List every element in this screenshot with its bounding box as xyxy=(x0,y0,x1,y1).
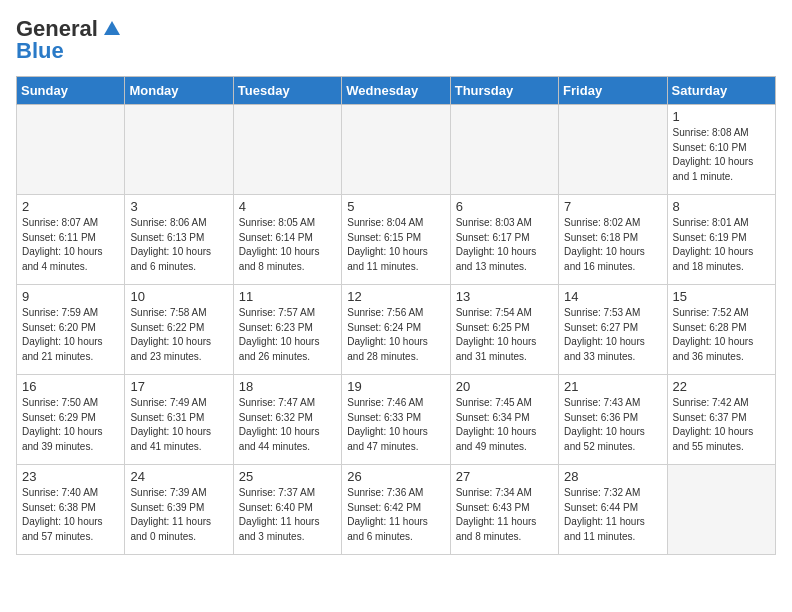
calendar-cell xyxy=(450,105,558,195)
day-info: Sunrise: 7:37 AMSunset: 6:40 PMDaylight:… xyxy=(239,486,336,544)
calendar-cell: 27Sunrise: 7:34 AMSunset: 6:43 PMDayligh… xyxy=(450,465,558,555)
day-number: 18 xyxy=(239,379,336,394)
calendar-cell: 9Sunrise: 7:59 AMSunset: 6:20 PMDaylight… xyxy=(17,285,125,375)
day-number: 13 xyxy=(456,289,553,304)
day-number: 9 xyxy=(22,289,119,304)
day-info: Sunrise: 8:01 AMSunset: 6:19 PMDaylight:… xyxy=(673,216,770,274)
day-number: 6 xyxy=(456,199,553,214)
day-info: Sunrise: 7:49 AMSunset: 6:31 PMDaylight:… xyxy=(130,396,227,454)
calendar-cell: 11Sunrise: 7:57 AMSunset: 6:23 PMDayligh… xyxy=(233,285,341,375)
day-info: Sunrise: 7:57 AMSunset: 6:23 PMDaylight:… xyxy=(239,306,336,364)
calendar-cell: 8Sunrise: 8:01 AMSunset: 6:19 PMDaylight… xyxy=(667,195,775,285)
day-number: 11 xyxy=(239,289,336,304)
day-info: Sunrise: 8:08 AMSunset: 6:10 PMDaylight:… xyxy=(673,126,770,184)
day-info: Sunrise: 7:54 AMSunset: 6:25 PMDaylight:… xyxy=(456,306,553,364)
day-info: Sunrise: 7:43 AMSunset: 6:36 PMDaylight:… xyxy=(564,396,661,454)
calendar-cell xyxy=(17,105,125,195)
day-number: 14 xyxy=(564,289,661,304)
calendar-cell: 23Sunrise: 7:40 AMSunset: 6:38 PMDayligh… xyxy=(17,465,125,555)
calendar-cell: 22Sunrise: 7:42 AMSunset: 6:37 PMDayligh… xyxy=(667,375,775,465)
day-info: Sunrise: 8:05 AMSunset: 6:14 PMDaylight:… xyxy=(239,216,336,274)
calendar-cell: 20Sunrise: 7:45 AMSunset: 6:34 PMDayligh… xyxy=(450,375,558,465)
calendar-cell: 4Sunrise: 8:05 AMSunset: 6:14 PMDaylight… xyxy=(233,195,341,285)
day-info: Sunrise: 7:58 AMSunset: 6:22 PMDaylight:… xyxy=(130,306,227,364)
day-info: Sunrise: 7:47 AMSunset: 6:32 PMDaylight:… xyxy=(239,396,336,454)
calendar-cell: 18Sunrise: 7:47 AMSunset: 6:32 PMDayligh… xyxy=(233,375,341,465)
calendar-cell: 6Sunrise: 8:03 AMSunset: 6:17 PMDaylight… xyxy=(450,195,558,285)
day-number: 8 xyxy=(673,199,770,214)
calendar-cell: 28Sunrise: 7:32 AMSunset: 6:44 PMDayligh… xyxy=(559,465,667,555)
calendar-cell: 26Sunrise: 7:36 AMSunset: 6:42 PMDayligh… xyxy=(342,465,450,555)
day-number: 15 xyxy=(673,289,770,304)
weekday-header-saturday: Saturday xyxy=(667,77,775,105)
calendar-week-3: 9Sunrise: 7:59 AMSunset: 6:20 PMDaylight… xyxy=(17,285,776,375)
day-info: Sunrise: 7:42 AMSunset: 6:37 PMDaylight:… xyxy=(673,396,770,454)
calendar-cell: 7Sunrise: 8:02 AMSunset: 6:18 PMDaylight… xyxy=(559,195,667,285)
calendar-cell: 16Sunrise: 7:50 AMSunset: 6:29 PMDayligh… xyxy=(17,375,125,465)
day-number: 27 xyxy=(456,469,553,484)
day-number: 5 xyxy=(347,199,444,214)
calendar-cell: 1Sunrise: 8:08 AMSunset: 6:10 PMDaylight… xyxy=(667,105,775,195)
calendar-cell xyxy=(233,105,341,195)
day-info: Sunrise: 7:39 AMSunset: 6:39 PMDaylight:… xyxy=(130,486,227,544)
day-number: 28 xyxy=(564,469,661,484)
calendar-cell xyxy=(559,105,667,195)
day-number: 20 xyxy=(456,379,553,394)
calendar-week-1: 1Sunrise: 8:08 AMSunset: 6:10 PMDaylight… xyxy=(17,105,776,195)
day-number: 16 xyxy=(22,379,119,394)
weekday-header-friday: Friday xyxy=(559,77,667,105)
day-number: 1 xyxy=(673,109,770,124)
calendar-cell: 25Sunrise: 7:37 AMSunset: 6:40 PMDayligh… xyxy=(233,465,341,555)
day-info: Sunrise: 7:53 AMSunset: 6:27 PMDaylight:… xyxy=(564,306,661,364)
calendar-cell: 5Sunrise: 8:04 AMSunset: 6:15 PMDaylight… xyxy=(342,195,450,285)
calendar-cell: 3Sunrise: 8:06 AMSunset: 6:13 PMDaylight… xyxy=(125,195,233,285)
weekday-header-monday: Monday xyxy=(125,77,233,105)
day-number: 3 xyxy=(130,199,227,214)
day-info: Sunrise: 7:36 AMSunset: 6:42 PMDaylight:… xyxy=(347,486,444,544)
day-number: 10 xyxy=(130,289,227,304)
day-number: 12 xyxy=(347,289,444,304)
day-info: Sunrise: 7:34 AMSunset: 6:43 PMDaylight:… xyxy=(456,486,553,544)
day-info: Sunrise: 8:06 AMSunset: 6:13 PMDaylight:… xyxy=(130,216,227,274)
calendar-cell: 24Sunrise: 7:39 AMSunset: 6:39 PMDayligh… xyxy=(125,465,233,555)
day-info: Sunrise: 7:46 AMSunset: 6:33 PMDaylight:… xyxy=(347,396,444,454)
day-info: Sunrise: 7:56 AMSunset: 6:24 PMDaylight:… xyxy=(347,306,444,364)
calendar-cell: 12Sunrise: 7:56 AMSunset: 6:24 PMDayligh… xyxy=(342,285,450,375)
page-header: General Blue xyxy=(16,16,776,64)
day-info: Sunrise: 7:32 AMSunset: 6:44 PMDaylight:… xyxy=(564,486,661,544)
day-info: Sunrise: 8:02 AMSunset: 6:18 PMDaylight:… xyxy=(564,216,661,274)
calendar-cell xyxy=(667,465,775,555)
day-info: Sunrise: 8:07 AMSunset: 6:11 PMDaylight:… xyxy=(22,216,119,274)
day-number: 21 xyxy=(564,379,661,394)
weekday-header-wednesday: Wednesday xyxy=(342,77,450,105)
weekday-header-tuesday: Tuesday xyxy=(233,77,341,105)
calendar-cell: 14Sunrise: 7:53 AMSunset: 6:27 PMDayligh… xyxy=(559,285,667,375)
calendar-week-2: 2Sunrise: 8:07 AMSunset: 6:11 PMDaylight… xyxy=(17,195,776,285)
day-info: Sunrise: 7:45 AMSunset: 6:34 PMDaylight:… xyxy=(456,396,553,454)
day-number: 24 xyxy=(130,469,227,484)
calendar-table: SundayMondayTuesdayWednesdayThursdayFrid… xyxy=(16,76,776,555)
day-info: Sunrise: 8:04 AMSunset: 6:15 PMDaylight:… xyxy=(347,216,444,274)
calendar-cell: 2Sunrise: 8:07 AMSunset: 6:11 PMDaylight… xyxy=(17,195,125,285)
calendar-cell xyxy=(342,105,450,195)
calendar-cell xyxy=(125,105,233,195)
calendar-cell: 21Sunrise: 7:43 AMSunset: 6:36 PMDayligh… xyxy=(559,375,667,465)
day-number: 4 xyxy=(239,199,336,214)
calendar-cell: 13Sunrise: 7:54 AMSunset: 6:25 PMDayligh… xyxy=(450,285,558,375)
logo: General Blue xyxy=(16,16,122,64)
weekday-header-sunday: Sunday xyxy=(17,77,125,105)
svg-marker-0 xyxy=(104,21,120,35)
day-info: Sunrise: 7:50 AMSunset: 6:29 PMDaylight:… xyxy=(22,396,119,454)
day-info: Sunrise: 7:52 AMSunset: 6:28 PMDaylight:… xyxy=(673,306,770,364)
day-info: Sunrise: 8:03 AMSunset: 6:17 PMDaylight:… xyxy=(456,216,553,274)
day-number: 19 xyxy=(347,379,444,394)
calendar-cell: 17Sunrise: 7:49 AMSunset: 6:31 PMDayligh… xyxy=(125,375,233,465)
day-number: 26 xyxy=(347,469,444,484)
day-number: 7 xyxy=(564,199,661,214)
day-number: 22 xyxy=(673,379,770,394)
calendar-cell: 19Sunrise: 7:46 AMSunset: 6:33 PMDayligh… xyxy=(342,375,450,465)
calendar-week-5: 23Sunrise: 7:40 AMSunset: 6:38 PMDayligh… xyxy=(17,465,776,555)
day-info: Sunrise: 7:40 AMSunset: 6:38 PMDaylight:… xyxy=(22,486,119,544)
day-number: 25 xyxy=(239,469,336,484)
calendar-cell: 15Sunrise: 7:52 AMSunset: 6:28 PMDayligh… xyxy=(667,285,775,375)
